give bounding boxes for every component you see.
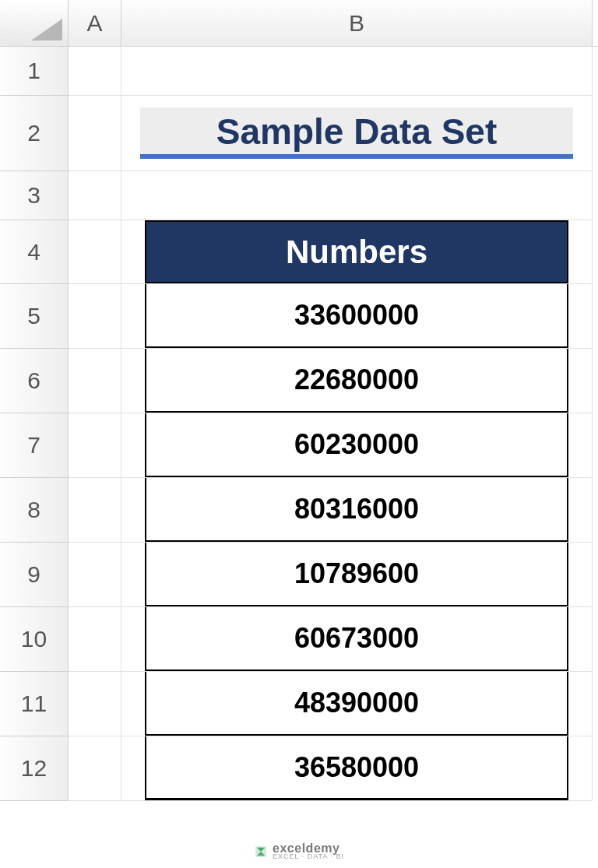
cell-B5[interactable]: 33600000 xyxy=(121,284,593,349)
row-7: 7 60230000 xyxy=(0,413,598,478)
row-header-12[interactable]: 12 xyxy=(0,736,69,801)
row-header-1[interactable]: 1 xyxy=(0,47,69,96)
cell-A6[interactable] xyxy=(69,349,121,413)
row-header-3[interactable]: 3 xyxy=(0,171,69,220)
row-header-2[interactable]: 2 xyxy=(0,96,69,171)
cell-B2[interactable]: Sample Data Set xyxy=(121,96,593,171)
row-2: 2 Sample Data Set xyxy=(0,96,598,171)
watermark-sub: EXCEL · DATA · BI xyxy=(273,853,344,860)
row-header-4[interactable]: 4 xyxy=(0,220,69,284)
cell-B7[interactable]: 60230000 xyxy=(121,413,593,478)
row-1: 1 xyxy=(0,47,598,96)
row-9: 9 10789600 xyxy=(0,543,598,607)
cell-B10[interactable]: 60673000 xyxy=(121,607,593,672)
cell-B4[interactable]: Numbers xyxy=(121,220,593,284)
row-5: 5 33600000 xyxy=(0,284,598,349)
cell-A7[interactable] xyxy=(69,413,121,478)
cell-A3[interactable] xyxy=(69,171,121,220)
row-6: 6 22680000 xyxy=(0,349,598,413)
sheet-title: Sample Data Set xyxy=(140,107,573,159)
cell-B12[interactable]: 36580000 xyxy=(121,736,593,801)
row-10: 10 60673000 xyxy=(0,607,598,672)
cell-A1[interactable] xyxy=(69,47,121,96)
select-all-corner[interactable] xyxy=(0,0,69,47)
cell-B3[interactable] xyxy=(121,171,593,220)
column-headers-row: A B xyxy=(0,0,598,47)
cell-A12[interactable] xyxy=(69,736,121,801)
cell-B8[interactable]: 80316000 xyxy=(121,478,593,543)
cell-A11[interactable] xyxy=(69,672,121,736)
watermark: exceldemy EXCEL · DATA · BI xyxy=(254,842,344,860)
row-11: 11 48390000 xyxy=(0,672,598,736)
cell-B11[interactable]: 48390000 xyxy=(121,672,593,736)
row-3: 3 xyxy=(0,171,598,220)
cell-A9[interactable] xyxy=(69,543,121,607)
cell-A4[interactable] xyxy=(69,220,121,284)
row-header-5[interactable]: 5 xyxy=(0,284,69,349)
table-row: 80316000 xyxy=(145,478,568,542)
cell-A5[interactable] xyxy=(69,284,121,349)
table-header-numbers: Numbers xyxy=(145,220,568,283)
row-header-6[interactable]: 6 xyxy=(0,349,69,413)
cell-B9[interactable]: 10789600 xyxy=(121,543,593,607)
row-header-8[interactable]: 8 xyxy=(0,478,69,543)
row-header-9[interactable]: 9 xyxy=(0,543,69,607)
row-12: 12 36580000 xyxy=(0,736,598,801)
row-header-10[interactable]: 10 xyxy=(0,607,69,672)
cell-A2[interactable] xyxy=(69,96,121,171)
cell-A10[interactable] xyxy=(69,607,121,672)
table-row: 60230000 xyxy=(145,413,568,477)
column-header-A[interactable]: A xyxy=(69,0,121,46)
row-8: 8 80316000 xyxy=(0,478,598,543)
row-4: 4 Numbers xyxy=(0,220,598,284)
cell-A8[interactable] xyxy=(69,478,121,543)
spreadsheet-grid: A B 1 2 Sample Data Set 3 4 Numbers 5 33… xyxy=(0,0,598,801)
table-row: 36580000 xyxy=(145,736,568,800)
row-header-7[interactable]: 7 xyxy=(0,413,69,478)
column-header-B[interactable]: B xyxy=(121,0,593,46)
table-row: 22680000 xyxy=(145,349,568,413)
table-row: 10789600 xyxy=(145,543,568,606)
table-row: 33600000 xyxy=(145,284,568,348)
row-header-11[interactable]: 11 xyxy=(0,672,69,736)
table-row: 48390000 xyxy=(145,672,568,736)
cell-B1[interactable] xyxy=(121,47,593,96)
cell-B6[interactable]: 22680000 xyxy=(121,349,593,413)
table-row: 60673000 xyxy=(145,607,568,671)
watermark-icon xyxy=(254,845,268,859)
